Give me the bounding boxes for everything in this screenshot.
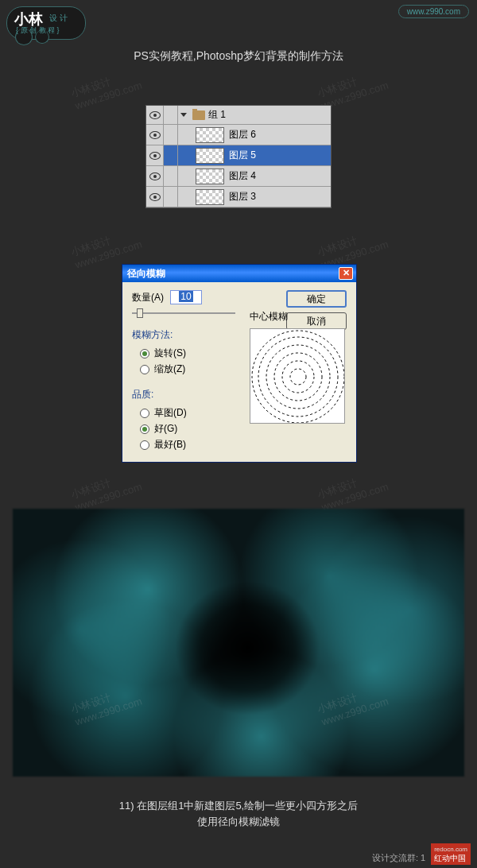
layer-name: 图层 5 [229, 149, 256, 162]
svg-point-4 [258, 337, 338, 417]
layer-thumbnail [196, 148, 224, 164]
logo-bottom-text: { 原 创 教 程 } [16, 25, 60, 36]
url-badge: www.z990.com [398, 5, 469, 18]
visibility-toggle[interactable] [146, 166, 164, 186]
svg-point-2 [274, 353, 322, 401]
slider-track [132, 312, 235, 314]
footer-text: 设计交流群: 1 [372, 853, 425, 862]
blur-center-preview: 中心模糊 [250, 310, 348, 424]
radio-icon [140, 409, 149, 418]
svg-point-5 [252, 331, 344, 423]
watermark: 小林设计www.z990.com [316, 467, 390, 513]
footer-badge: redocn.com 红动中国 [431, 843, 471, 865]
result-preview-image [13, 509, 464, 777]
ok-button[interactable]: 确定 [286, 290, 347, 308]
radio-label: 缩放(Z) [154, 362, 185, 376]
link-cell[interactable] [164, 145, 178, 165]
layers-panel: 组 1 图层 6 图层 5 图层 4 图层 3 [145, 105, 332, 208]
layer-row[interactable]: 图层 6 [146, 125, 331, 145]
link-cell[interactable] [164, 125, 178, 145]
radio-label: 旋转(S) [154, 347, 186, 360]
spin-preview-icon [250, 329, 345, 424]
visibility-toggle[interactable] [146, 106, 164, 124]
preview-box[interactable] [250, 328, 345, 424]
eye-icon [149, 111, 161, 119]
close-button[interactable]: ✕ [339, 267, 353, 280]
layer-thumbnail [196, 169, 224, 184]
radio-label: 好(G) [154, 422, 177, 436]
radio-icon [140, 440, 149, 450]
eye-icon [149, 131, 161, 139]
svg-point-1 [282, 361, 314, 393]
dialog-titlebar[interactable]: 径向模糊 ✕ [122, 265, 356, 282]
layer-name: 图层 3 [229, 190, 256, 203]
amount-slider[interactable] [132, 308, 235, 319]
svg-point-0 [290, 369, 306, 385]
footer: 设计交流群: 1 redocn.com 红动中国 [372, 843, 471, 865]
radio-icon [140, 349, 149, 358]
folder-icon [192, 110, 205, 120]
eye-icon [149, 152, 161, 160]
slider-thumb[interactable] [137, 308, 143, 318]
layer-row-selected[interactable]: 图层 5 [146, 145, 331, 166]
page-title: PS实例教程,Photoshp梦幻背景的制作方法 [0, 49, 477, 64]
link-cell[interactable] [164, 166, 178, 186]
layer-thumbnail [196, 189, 224, 205]
triangle-down-icon [180, 113, 187, 117]
layer-row[interactable]: 图层 4 [146, 166, 331, 187]
radio-good[interactable]: 好(G) [140, 422, 278, 436]
eye-icon [149, 172, 161, 180]
logo-sub-text: 设 计 [49, 13, 68, 24]
group-name: 组 1 [208, 108, 226, 122]
layer-thumbnail [196, 127, 224, 143]
expand-toggle[interactable] [178, 113, 189, 117]
radio-best[interactable]: 最好(B) [140, 438, 278, 451]
watermark: 小林设计www.z990.com [69, 467, 143, 513]
close-icon: ✕ [343, 268, 350, 277]
layer-name: 图层 4 [229, 169, 256, 183]
visibility-toggle[interactable] [146, 145, 164, 165]
amount-input[interactable]: 10 [170, 290, 202, 304]
preview-label: 中心模糊 [250, 310, 348, 324]
amount-label: 数量(A) [132, 291, 164, 304]
layer-row[interactable]: 图层 3 [146, 187, 331, 207]
radio-label: 最好(B) [154, 438, 186, 451]
watermark: 小林设计www.z990.com [69, 65, 143, 111]
visibility-toggle[interactable] [146, 125, 164, 145]
step-caption: 11) 在图层组1中新建图层5,绘制一些更小四方形之后 使用径向模糊滤镜 [0, 798, 477, 829]
layer-name: 图层 6 [229, 128, 256, 141]
layer-group-row[interactable]: 组 1 [146, 106, 331, 125]
visibility-toggle[interactable] [146, 187, 164, 207]
radio-icon [140, 424, 149, 434]
radio-icon [140, 365, 149, 374]
caption-line-2: 使用径向模糊滤镜 [0, 814, 477, 830]
radio-label: 草图(D) [154, 406, 187, 420]
svg-point-3 [266, 345, 330, 409]
link-cell[interactable] [164, 187, 178, 207]
caption-line-1: 11) 在图层组1中新建图层5,绘制一些更小四方形之后 [0, 798, 477, 814]
eye-icon [149, 193, 161, 201]
logo-area: 小林 设 计 { 原 创 教 程 } [0, 0, 95, 48]
link-cell[interactable] [164, 106, 178, 124]
dialog-title: 径向模糊 [126, 267, 339, 281]
